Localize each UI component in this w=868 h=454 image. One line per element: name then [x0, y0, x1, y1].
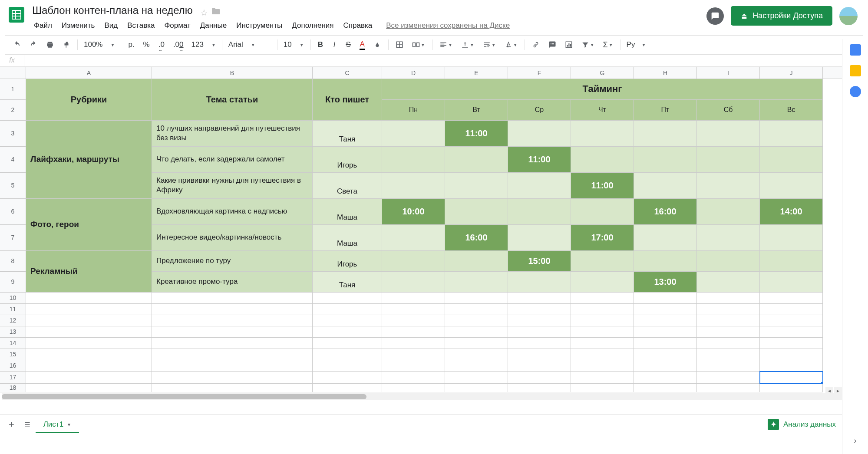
row-header-13[interactable]: 13: [0, 326, 26, 338]
row-header-7[interactable]: 7: [0, 225, 26, 251]
insert-link-button[interactable]: [528, 39, 543, 51]
calendar-addon-icon[interactable]: [850, 44, 861, 56]
bold-button[interactable]: B: [314, 39, 327, 51]
row-header-9[interactable]: 9: [0, 272, 26, 293]
tasks-addon-icon[interactable]: [850, 86, 861, 97]
cell[interactable]: [697, 272, 760, 293]
cell[interactable]: 10 лучших направлений для путешествия бе…: [152, 121, 313, 147]
menu-Файл[interactable]: Файл: [30, 20, 56, 32]
cell[interactable]: Вт: [445, 100, 508, 121]
cell[interactable]: [152, 315, 313, 326]
menu-Вид[interactable]: Вид: [100, 20, 122, 32]
cell[interactable]: [445, 147, 508, 173]
cell[interactable]: [445, 304, 508, 315]
cell[interactable]: [634, 384, 697, 392]
cell[interactable]: [26, 349, 152, 360]
format-percent-button[interactable]: %: [140, 39, 153, 51]
cell[interactable]: [508, 372, 571, 384]
cell[interactable]: [634, 225, 697, 251]
column-header-J[interactable]: J: [760, 67, 823, 79]
paint-format-button[interactable]: [59, 39, 74, 51]
cell[interactable]: [445, 272, 508, 293]
cell[interactable]: [382, 251, 445, 272]
horizontal-align-button[interactable]: ▼: [436, 39, 456, 51]
cell[interactable]: [634, 338, 697, 349]
cell[interactable]: [760, 360, 823, 372]
cell[interactable]: [760, 121, 823, 147]
cell[interactable]: [697, 304, 760, 315]
cell[interactable]: [760, 315, 823, 326]
text-color-button[interactable]: A: [356, 39, 368, 51]
cell[interactable]: [571, 360, 634, 372]
cell[interactable]: [508, 360, 571, 372]
cell[interactable]: [634, 304, 697, 315]
menu-Справка[interactable]: Справка: [339, 20, 377, 32]
font-select[interactable]: Arial▼: [226, 39, 274, 51]
strikethrough-button[interactable]: S: [342, 39, 354, 51]
cell[interactable]: [382, 360, 445, 372]
column-header-F[interactable]: F: [508, 67, 571, 79]
menu-Вставка[interactable]: Вставка: [123, 20, 159, 32]
cell[interactable]: Предложение по туру: [152, 251, 313, 272]
cell[interactable]: [634, 147, 697, 173]
cell[interactable]: Рубрики: [26, 79, 152, 121]
cell[interactable]: [382, 315, 445, 326]
row-header-8[interactable]: 8: [0, 251, 26, 272]
format-currency-button[interactable]: р.: [125, 39, 138, 51]
redo-button[interactable]: [26, 39, 41, 51]
cell[interactable]: [571, 272, 634, 293]
cell[interactable]: Какие прививки нужны для путешествия в А…: [152, 173, 313, 199]
cell[interactable]: [445, 384, 508, 392]
borders-button[interactable]: [392, 39, 407, 51]
cell[interactable]: Таня: [313, 121, 382, 147]
cell[interactable]: [445, 338, 508, 349]
cell[interactable]: [571, 304, 634, 315]
cell[interactable]: [26, 304, 152, 315]
cell[interactable]: [634, 372, 697, 384]
cell[interactable]: [760, 384, 823, 392]
cell[interactable]: 11:00: [571, 173, 634, 199]
cell[interactable]: [152, 338, 313, 349]
cell[interactable]: [445, 251, 508, 272]
text-rotation-button[interactable]: ▼: [501, 39, 521, 51]
cell[interactable]: [382, 384, 445, 392]
cell[interactable]: [760, 147, 823, 173]
selected-cell[interactable]: [760, 372, 823, 384]
cell[interactable]: [508, 121, 571, 147]
cell[interactable]: [571, 147, 634, 173]
increase-decimal-button[interactable]: .00→: [170, 39, 187, 51]
row-header-18[interactable]: 18: [0, 384, 26, 392]
row-header-3[interactable]: 3: [0, 121, 26, 147]
column-header-C[interactable]: C: [313, 67, 382, 79]
cell[interactable]: [571, 349, 634, 360]
star-icon[interactable]: ☆: [200, 7, 208, 18]
cell[interactable]: [313, 315, 382, 326]
cell[interactable]: [313, 372, 382, 384]
column-header-E[interactable]: E: [445, 67, 508, 79]
cell[interactable]: [382, 372, 445, 384]
saved-status[interactable]: Все изменения сохранены на Диске: [382, 20, 514, 31]
cell[interactable]: [508, 315, 571, 326]
cell[interactable]: [445, 315, 508, 326]
cell[interactable]: [152, 360, 313, 372]
column-header-A[interactable]: A: [26, 67, 152, 79]
cell[interactable]: [382, 326, 445, 338]
sheet-tab-menu-icon[interactable]: ▼: [67, 422, 71, 427]
cell[interactable]: [508, 338, 571, 349]
cell[interactable]: [26, 338, 152, 349]
column-header-H[interactable]: H: [634, 67, 697, 79]
cell[interactable]: [760, 293, 823, 304]
row-header-16[interactable]: 16: [0, 360, 26, 372]
column-header-D[interactable]: D: [382, 67, 445, 79]
analyze-data-button[interactable]: ✦ Анализ данных: [762, 415, 842, 434]
cell[interactable]: [313, 384, 382, 392]
row-header-2[interactable]: 2: [0, 100, 26, 121]
cell[interactable]: [571, 384, 634, 392]
cell[interactable]: [445, 372, 508, 384]
functions-button[interactable]: Σ▼: [600, 39, 617, 51]
cell[interactable]: Рекламный: [26, 251, 152, 293]
row-header-4[interactable]: 4: [0, 147, 26, 173]
cell[interactable]: 16:00: [634, 199, 697, 225]
cell[interactable]: [634, 315, 697, 326]
keep-addon-icon[interactable]: [850, 65, 861, 76]
